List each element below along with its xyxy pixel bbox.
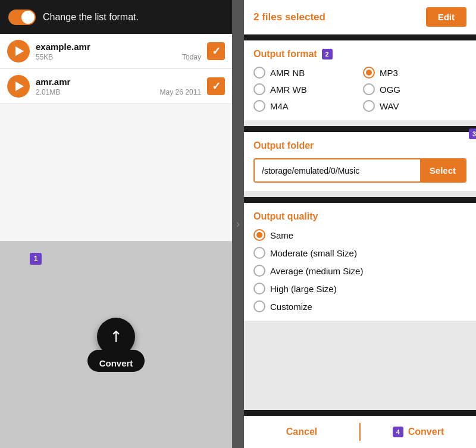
- file-date-1: Today: [182, 53, 201, 61]
- check-icon-1: ✓: [212, 45, 221, 58]
- radio-label-mp3: MP3: [380, 68, 398, 78]
- play-icon-2: [15, 82, 24, 91]
- output-format-title: Output format 2: [253, 49, 466, 59]
- radio-label-ogg: OGG: [380, 84, 400, 95]
- file-size-2: 2.01MB: [36, 88, 60, 96]
- radio-outer-ogg: [363, 83, 375, 95]
- radio-average[interactable]: Average (medium Size): [253, 265, 466, 277]
- radio-label-same: Same: [270, 230, 293, 240]
- output-format-section: Output format 2 AMR NB MP3 AMR WB: [244, 40, 476, 120]
- convert-fab[interactable]: ↗ Convert: [87, 318, 145, 372]
- panel-divider: ›: [232, 0, 244, 448]
- checkbox-2[interactable]: ✓: [207, 77, 225, 95]
- spacer-2: [244, 191, 476, 197]
- radio-label-wav: WAV: [380, 101, 399, 111]
- radio-customize[interactable]: Customize: [253, 300, 466, 312]
- file-info-2: amr.amr 2.01MB May 26 2011: [36, 77, 201, 96]
- folder-path-input[interactable]: [255, 159, 420, 181]
- badge-2: 2: [322, 49, 333, 59]
- play-button-2[interactable]: [7, 75, 30, 98]
- convert-label-footer: Convert: [408, 427, 444, 437]
- radio-outer-same: [253, 229, 265, 241]
- radio-outer-average: [253, 265, 265, 277]
- right-panel: 2 files selected Edit Output format 2 AM…: [244, 0, 476, 448]
- radio-outer-wav: [363, 100, 375, 112]
- folder-input-row: Select: [253, 158, 466, 183]
- header-title: Change the list format.: [43, 12, 139, 23]
- radio-outer-amr-wb: [253, 83, 265, 95]
- radio-label-m4a: M4A: [270, 101, 289, 111]
- badge-1: 1: [30, 253, 42, 265]
- radio-outer-amr-nb: [253, 67, 265, 79]
- file-info-1: example.amr 55KB Today: [36, 42, 201, 61]
- quality-radio-group: Same Moderate (small Size) Average (medi…: [253, 229, 466, 312]
- play-button-1[interactable]: [7, 40, 30, 62]
- file-name-2: amr.amr: [36, 77, 201, 87]
- badge-3: 3: [469, 129, 476, 139]
- table-row[interactable]: example.amr 55KB Today ✓: [0, 34, 232, 69]
- radio-outer-m4a: [253, 100, 265, 112]
- radio-outer-moderate: [253, 247, 265, 259]
- radio-wav[interactable]: WAV: [363, 100, 466, 112]
- radio-moderate[interactable]: Moderate (small Size): [253, 247, 466, 259]
- convert-fab-icon: ↗: [105, 325, 127, 347]
- radio-mp3[interactable]: MP3: [363, 67, 466, 79]
- file-name-1: example.amr: [36, 42, 201, 52]
- badge-4: 4: [393, 427, 403, 437]
- output-folder-title: Output folder: [253, 140, 466, 151]
- radio-outer-customize: [253, 300, 265, 312]
- toggle-switch[interactable]: [8, 10, 36, 25]
- radio-amr-wb[interactable]: AMR WB: [253, 83, 357, 95]
- radio-same[interactable]: Same: [253, 229, 466, 241]
- radio-inner-same: [256, 232, 262, 238]
- checkbox-1[interactable]: ✓: [207, 42, 225, 60]
- output-quality-section: Output quality Same Moderate (small Size…: [244, 203, 476, 321]
- convert-fab-label[interactable]: Convert: [87, 350, 145, 372]
- edit-button[interactable]: Edit: [426, 7, 466, 27]
- output-quality-title: Output quality: [253, 211, 466, 222]
- file-meta-2: 2.01MB May 26 2011: [36, 88, 201, 96]
- radio-outer-mp3: [363, 67, 375, 79]
- output-folder-section: 3 Output folder Select: [244, 132, 476, 191]
- bottom-spacer: [244, 321, 476, 410]
- radio-label-average: Average (medium Size): [270, 266, 363, 276]
- table-row[interactable]: amr.amr 2.01MB May 26 2011 ✓: [0, 69, 232, 104]
- radio-m4a[interactable]: M4A: [253, 100, 357, 112]
- radio-outer-high: [253, 283, 265, 295]
- radio-amr-nb[interactable]: AMR NB: [253, 67, 357, 79]
- radio-ogg[interactable]: OGG: [363, 83, 466, 95]
- convert-button-footer[interactable]: 4 Convert: [361, 416, 476, 448]
- format-radio-group: AMR NB MP3 AMR WB OGG M4A: [253, 67, 466, 112]
- spacer-1: [244, 120, 476, 126]
- radio-label-customize: Customize: [270, 302, 312, 312]
- radio-label-amr-wb: AMR WB: [270, 84, 307, 95]
- file-list: example.amr 55KB Today ✓ amr.amr 2.01MB …: [0, 34, 232, 241]
- file-meta-1: 55KB Today: [36, 53, 201, 61]
- check-icon-2: ✓: [212, 80, 221, 93]
- radio-inner-mp3: [366, 70, 372, 76]
- files-selected-label: 2 files selected: [253, 11, 325, 23]
- radio-label-moderate: Moderate (small Size): [270, 248, 357, 258]
- radio-high[interactable]: High (large Size): [253, 283, 466, 295]
- rp-header: 2 files selected Edit: [244, 0, 476, 35]
- rp-footer: Cancel 4 Convert: [244, 416, 476, 448]
- radio-label-amr-nb: AMR NB: [270, 68, 305, 78]
- file-size-1: 55KB: [36, 53, 53, 61]
- radio-label-high: High (large Size): [270, 284, 337, 294]
- cancel-button[interactable]: Cancel: [244, 416, 359, 448]
- header-bar: Change the list format.: [0, 0, 232, 34]
- left-center-area: 1 ↗ Convert: [0, 241, 232, 448]
- left-panel: Change the list format. example.amr 55KB…: [0, 0, 232, 448]
- play-icon-1: [15, 46, 24, 56]
- select-folder-button[interactable]: Select: [420, 159, 465, 181]
- file-date-2: May 26 2011: [160, 88, 201, 96]
